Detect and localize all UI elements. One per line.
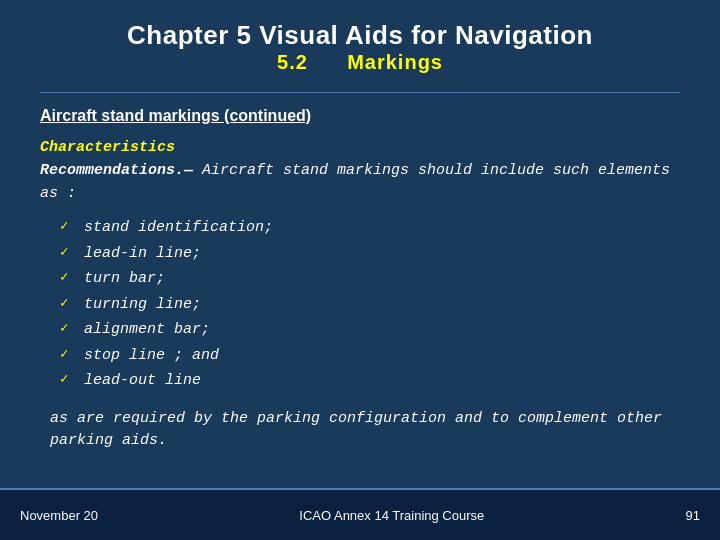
subtitle-number: 5.2 bbox=[277, 51, 308, 73]
subtitle-label: Markings bbox=[347, 51, 443, 73]
divider bbox=[40, 92, 680, 93]
list-item: turning line; bbox=[60, 292, 680, 318]
footer-note: as are required by the parking configura… bbox=[40, 408, 680, 453]
title-main: Chapter 5 Visual Aids for Navigation bbox=[40, 20, 680, 51]
footer-left: November 20 bbox=[20, 508, 98, 523]
list-item: lead-in line; bbox=[60, 241, 680, 267]
title-block: Chapter 5 Visual Aids for Navigation 5.2… bbox=[40, 20, 680, 74]
footer-right: 91 bbox=[686, 508, 700, 523]
characteristics-label: Characteristics bbox=[40, 139, 680, 156]
title-sub: 5.2 Markings bbox=[40, 51, 680, 74]
section-heading: Aircraft stand markings (continued) bbox=[40, 107, 680, 125]
footer-center: ICAO Annex 14 Training Course bbox=[299, 508, 484, 523]
recommendations-text: Recommendations.— Aircraft stand marking… bbox=[40, 160, 680, 205]
list-item: stand identification; bbox=[60, 215, 680, 241]
bullet-list: stand identification; lead-in line; turn… bbox=[60, 215, 680, 394]
list-item: alignment bar; bbox=[60, 317, 680, 343]
list-item: stop line ; and bbox=[60, 343, 680, 369]
list-item: lead-out line bbox=[60, 368, 680, 394]
footer-bar: November 20 ICAO Annex 14 Training Cours… bbox=[0, 488, 720, 540]
recommendations-bold: Recommendations.— bbox=[40, 162, 193, 179]
list-item: turn bar; bbox=[60, 266, 680, 292]
slide: Chapter 5 Visual Aids for Navigation 5.2… bbox=[0, 0, 720, 540]
